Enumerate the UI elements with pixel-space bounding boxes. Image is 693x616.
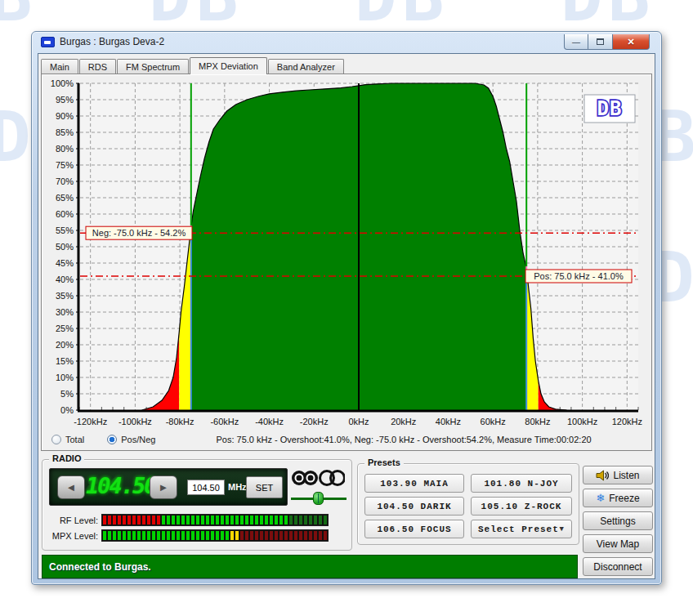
meter-segment: [230, 531, 234, 540]
tab-band-analyzer[interactable]: Band Analyzer: [268, 59, 344, 74]
title-bar[interactable]: Burgas : Burgas Deva-2 — ✕: [32, 32, 661, 53]
meter-segment: [260, 531, 263, 540]
y-tick-label: 85%: [56, 127, 74, 137]
snowflake-icon: ❄: [596, 493, 605, 503]
meter-segment: [221, 516, 224, 524]
connection-status-text: Connected to Burgas.: [49, 561, 151, 573]
meter-segment: [235, 516, 239, 524]
preset-button-zrock[interactable]: 105.10 Z-ROCK: [471, 497, 572, 516]
meter-segment: [299, 516, 302, 524]
meter-segment: [324, 531, 327, 540]
frequency-down-button[interactable]: ◄: [57, 475, 85, 499]
total-radio-option[interactable]: Total: [51, 435, 84, 444]
meter-segment: [265, 531, 268, 540]
mpx-level-meter: [101, 529, 329, 542]
meter-segment: [186, 516, 190, 524]
tab-mpx-deviation[interactable]: MPX Deviation: [190, 57, 267, 74]
mono-icon: [320, 471, 345, 485]
listen-label: Listen: [613, 470, 639, 481]
meter-segment: [118, 531, 121, 540]
meter-segment: [137, 531, 141, 540]
settings-label: Settings: [600, 516, 635, 527]
meter-segment: [275, 516, 278, 524]
y-tick-label: 55%: [56, 225, 74, 235]
freeze-button[interactable]: ❄ Freeze: [583, 489, 653, 507]
meter-segment: [260, 516, 263, 524]
deva-logo: DB: [597, 97, 623, 120]
meter-segment: [309, 531, 312, 540]
mpx-level-label: MPX Level:: [49, 531, 98, 541]
x-tick-label: 20kHz: [391, 417, 416, 426]
y-tick-label: 70%: [56, 176, 74, 186]
presets-group-box: Presets 103.90 MAIA 101.80 N-JOY 104.50 …: [357, 463, 579, 545]
mpx-deviation-chart: 0%5%10%15%20%25%30%35%40%45%50%55%60%65%…: [45, 77, 650, 430]
meter-segment: [206, 531, 209, 540]
preset-button-darik[interactable]: 104.50 DARIK: [364, 497, 464, 516]
tab-main[interactable]: Main: [41, 59, 78, 74]
total-radio-icon[interactable]: [51, 435, 61, 444]
overshoot-label: Pos: 75.0 kHz - 41.0%: [534, 271, 624, 281]
meter-segment: [147, 531, 150, 540]
meter-segment: [206, 516, 209, 524]
x-tick-label: -40kHz: [255, 417, 284, 426]
view-map-button[interactable]: View Map: [583, 534, 653, 553]
meter-segment: [167, 516, 170, 524]
meter-segment: [152, 516, 155, 524]
x-tick-label: 100kHz: [567, 417, 597, 426]
meter-segment: [157, 516, 160, 524]
mpx-deviation-page: 0%5%10%15%20%25%30%35%40%45%50%55%60%65%…: [41, 74, 652, 451]
meter-segment: [181, 531, 185, 540]
meter-segment: [181, 516, 185, 524]
meter-segment: [103, 516, 106, 524]
meter-segment: [147, 516, 150, 524]
rf-level-row: RF Level:: [49, 514, 329, 526]
tab-rds[interactable]: RDS: [79, 59, 116, 74]
preset-button-focus[interactable]: 106.50 FOCUS: [364, 520, 464, 538]
chart-wrap: 0%5%10%15%20%25%30%35%40%45%50%55%60%65%…: [45, 77, 650, 433]
x-tick-label: -120kHz: [74, 417, 107, 426]
meter-segment: [270, 516, 273, 524]
x-tick-label: 60kHz: [481, 417, 506, 426]
disconnect-button[interactable]: Disconnect: [583, 557, 653, 576]
listen-button[interactable]: Listen: [583, 466, 653, 484]
meter-segment: [127, 516, 131, 524]
set-frequency-button[interactable]: SET: [246, 476, 283, 498]
frequency-up-button[interactable]: ►: [150, 475, 177, 499]
meter-segment: [304, 516, 307, 524]
maximize-button[interactable]: [588, 34, 613, 50]
meter-segment: [137, 516, 141, 524]
meter-segment: [113, 531, 116, 540]
posneg-radio-icon[interactable]: [107, 435, 117, 444]
meter-segment: [250, 531, 253, 540]
y-tick-label: 30%: [56, 307, 74, 317]
preset-select-dropdown[interactable]: Select Preset ▼: [471, 520, 572, 538]
meter-segment: [309, 516, 312, 524]
meter-segment: [191, 516, 194, 524]
meter-segment: [270, 531, 273, 540]
client-area: Main RDS FM Spectrum MPX Deviation Band …: [38, 53, 655, 579]
meter-segment: [162, 516, 165, 524]
meter-segment: [211, 516, 214, 524]
frequency-display: 104.50: [86, 473, 148, 501]
y-tick-label: 80%: [56, 144, 74, 154]
meter-segment: [177, 516, 180, 524]
close-button[interactable]: ✕: [613, 34, 650, 50]
volume-slider-knob[interactable]: [313, 492, 324, 505]
meter-segment: [279, 531, 283, 540]
posneg-radio-option[interactable]: Pos/Neg: [107, 435, 155, 444]
meter-segment: [216, 516, 219, 524]
meter-segment: [230, 516, 234, 524]
tab-fm-spectrum[interactable]: FM Spectrum: [117, 59, 189, 74]
meter-segment: [319, 516, 322, 524]
meter-segment: [314, 516, 317, 524]
meter-segment: [167, 531, 170, 540]
frequency-input[interactable]: [187, 480, 225, 495]
settings-button[interactable]: Settings: [583, 511, 653, 530]
preset-button-njoy[interactable]: 101.80 N-JOY: [471, 474, 572, 493]
minimize-button[interactable]: —: [564, 34, 588, 50]
preset-button-maia[interactable]: 103.90 MAIA: [364, 474, 464, 493]
meter-segment: [279, 516, 283, 524]
overshoot-label: Neg: -75.0 kHz - 54.2%: [92, 228, 186, 238]
meter-segment: [216, 531, 219, 540]
meter-segment: [177, 531, 180, 540]
